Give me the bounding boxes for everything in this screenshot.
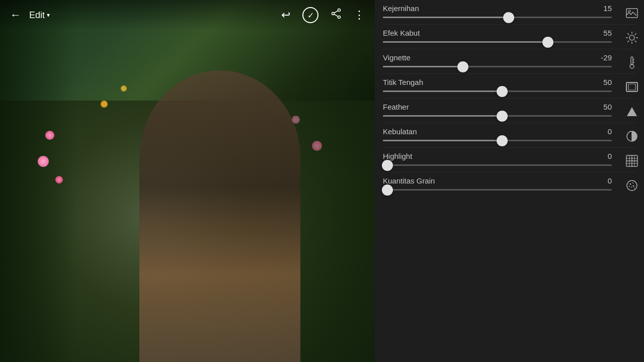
- value-highlight: 0: [592, 152, 612, 160]
- icon-highlight: [620, 155, 644, 167]
- slider-track-feather[interactable]: [383, 115, 612, 117]
- svg-point-6: [628, 10, 630, 12]
- photo-panel: ← Edit ▾ ↩ ✓ ⋮: [0, 0, 375, 362]
- svg-point-36: [629, 186, 630, 187]
- label-kuantitas-grain: Kuantitas Grain: [383, 176, 435, 185]
- label-highlight: Highlight: [383, 152, 412, 160]
- icon-feather: [620, 106, 644, 117]
- label-feather: Feather: [383, 103, 409, 111]
- confirm-button[interactable]: ✓: [302, 7, 318, 23]
- label-kejernihan: Kejernihan: [383, 4, 419, 13]
- control-header-feather: Feather 50: [383, 103, 612, 111]
- svg-line-15: [627, 41, 629, 42]
- more-options-button[interactable]: ⋮: [354, 9, 365, 22]
- control-header-vignette: Vignette -29: [383, 53, 612, 62]
- svg-line-3: [334, 11, 338, 13]
- value-kebulatan: 0: [592, 127, 612, 136]
- svg-point-2: [332, 13, 335, 15]
- icon-kuantitas-grain: [620, 179, 644, 192]
- value-vignette: -29: [592, 53, 612, 62]
- control-feather: Feather 50: [375, 99, 644, 123]
- undo-button[interactable]: ↩: [281, 9, 290, 22]
- svg-rect-16: [631, 57, 633, 65]
- slider-thumb-feather[interactable]: [497, 111, 508, 122]
- top-bar-actions: ↩ ✓ ⋮: [281, 7, 365, 23]
- control-content-efek-kabut: Efek Kabut 55: [375, 29, 620, 47]
- svg-point-33: [627, 180, 637, 191]
- back-button[interactable]: ←: [10, 9, 21, 22]
- share-button[interactable]: [331, 8, 342, 22]
- label-efek-kabut: Efek Kabut: [383, 29, 420, 37]
- slider-thumb-kuantitas-grain[interactable]: [382, 185, 393, 196]
- icon-efek-kabut: [620, 31, 644, 44]
- control-content-feather: Feather 50: [375, 103, 620, 121]
- slider-track-kebulatan[interactable]: [383, 140, 612, 141]
- slider-fill-efek-kabut: [383, 41, 548, 43]
- control-content-kejernihan: Kejernihan 15: [375, 4, 620, 22]
- svg-point-0: [338, 9, 341, 12]
- icon-kejernihan: [620, 8, 644, 18]
- slider-track-titik-tengah[interactable]: [383, 90, 612, 92]
- slider-fill-vignette: [383, 66, 463, 67]
- slider-thumb-highlight[interactable]: [382, 160, 393, 171]
- flower: [312, 141, 322, 151]
- svg-line-12: [627, 33, 629, 35]
- control-header-kejernihan: Kejernihan 15: [383, 4, 612, 13]
- control-header-efek-kabut: Efek Kabut 55: [383, 29, 612, 37]
- slider-track-vignette[interactable]: [383, 66, 612, 67]
- slider-thumb-kejernihan[interactable]: [503, 12, 514, 23]
- icon-vignette: [620, 56, 644, 69]
- svg-line-13: [635, 41, 636, 42]
- slider-track-efek-kabut[interactable]: [383, 41, 612, 43]
- icon-kebulatan: [620, 130, 644, 142]
- edit-menu[interactable]: Edit ▾: [29, 10, 50, 21]
- value-efek-kabut: 55: [592, 29, 612, 37]
- slider-track-kuantitas-grain[interactable]: [383, 189, 612, 191]
- control-header-kebulatan: Kebulatan 0: [383, 127, 612, 136]
- slider-thumb-efek-kabut[interactable]: [542, 37, 553, 48]
- slider-fill-feather: [383, 115, 502, 117]
- control-content-kuantitas-grain: Kuantitas Grain 0: [375, 176, 620, 195]
- value-kejernihan: 15: [592, 4, 612, 13]
- control-content-kebulatan: Kebulatan 0: [375, 127, 620, 145]
- svg-rect-22: [628, 84, 635, 90]
- slider-fill-titik-tengah: [383, 90, 502, 92]
- svg-point-34: [630, 184, 631, 185]
- flower: [121, 85, 127, 92]
- control-content-highlight: Highlight 0: [375, 152, 620, 170]
- control-kebulatan: Kebulatan 0: [375, 123, 644, 147]
- value-feather: 50: [592, 103, 612, 111]
- slider-track-highlight[interactable]: [383, 164, 612, 166]
- value-titik-tengah: 50: [592, 78, 612, 86]
- svg-point-38: [631, 187, 632, 188]
- foliage-left: [0, 0, 75, 362]
- slider-fill-kebulatan: [383, 140, 502, 141]
- slider-thumb-titik-tengah[interactable]: [497, 86, 508, 97]
- slider-thumb-kebulatan[interactable]: [497, 135, 508, 146]
- control-content-titik-tengah: Titik Tengah 50: [375, 78, 620, 96]
- svg-point-1: [338, 16, 341, 19]
- control-titik-tengah: Titik Tengah 50: [375, 74, 644, 98]
- label-titik-tengah: Titik Tengah: [383, 78, 423, 86]
- control-highlight: Highlight 0: [375, 148, 644, 172]
- control-content-vignette: Vignette -29: [375, 53, 620, 71]
- slider-thumb-vignette[interactable]: [457, 61, 468, 72]
- svg-point-7: [629, 35, 634, 40]
- svg-point-39: [634, 188, 635, 189]
- check-icon-symbol: ✓: [307, 11, 314, 20]
- control-header-kuantitas-grain: Kuantitas Grain 0: [383, 176, 612, 185]
- controls-panel: Kejernihan 15 Efek Kabut 55: [375, 0, 644, 362]
- flower: [38, 156, 49, 167]
- edit-chevron-icon: ▾: [47, 12, 50, 19]
- slider-fill-kejernihan: [383, 17, 509, 18]
- svg-point-35: [632, 183, 633, 184]
- control-header-titik-tengah: Titik Tengah 50: [383, 78, 612, 86]
- slider-track-kejernihan[interactable]: [383, 17, 612, 18]
- label-kebulatan: Kebulatan: [383, 127, 417, 136]
- control-kejernihan: Kejernihan 15: [375, 0, 644, 24]
- svg-line-4: [334, 14, 338, 17]
- photo-background: [0, 0, 375, 362]
- control-vignette: Vignette -29: [375, 49, 644, 73]
- top-bar: ← Edit ▾ ↩ ✓ ⋮: [0, 0, 375, 30]
- flower: [101, 101, 108, 108]
